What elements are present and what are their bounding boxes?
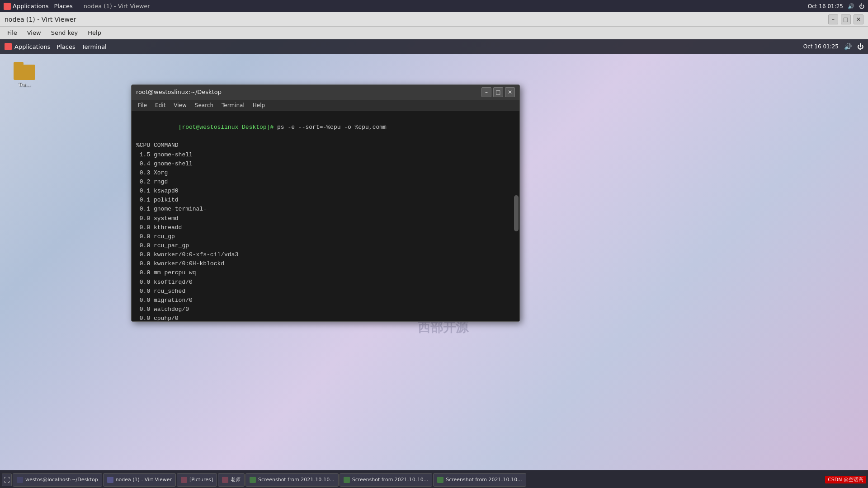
- os-task-item-6[interactable]: Screenshot from 2021-10-10...: [433, 473, 526, 487]
- virt-maximize-button[interactable]: □: [841, 14, 851, 24]
- os-places-label[interactable]: Places: [54, 3, 72, 9]
- guest-power-icon[interactable]: ⏻: [857, 43, 863, 50]
- terminal-body[interactable]: [root@westoslinux Desktop]# ps -e --sort…: [132, 111, 519, 321]
- terminal-menu-file[interactable]: File: [134, 101, 151, 109]
- terminal-output-line: 0.0 kthreadd: [136, 223, 515, 232]
- virt-viewer-window-controls: – □ ✕: [828, 14, 863, 24]
- os-task-item-icon-4: [250, 477, 256, 483]
- os-topbar-left: Applications Places nodea (1) - Virt Vie…: [4, 3, 150, 10]
- os-task-item-icon-6: [437, 477, 443, 483]
- terminal-output-line: 0.4 gnome-shell: [136, 160, 515, 169]
- virt-menu-help[interactable]: Help: [83, 28, 106, 38]
- terminal-scrollbar[interactable]: [514, 195, 519, 231]
- terminal-output-line: 0.0 cpuhp/0: [136, 314, 515, 321]
- terminal-prompt: [root@westoslinux Desktop]#: [179, 124, 274, 131]
- os-taskbar: ⛶westos@localhost:~/Desktopnodea (1) - V…: [0, 471, 868, 488]
- virt-minimize-button[interactable]: –: [828, 14, 838, 24]
- os-datetime: Oct 16 01:25: [808, 3, 843, 9]
- os-topbar: Applications Places nodea (1) - Virt Vie…: [0, 0, 868, 12]
- os-task-item-icon-0: [17, 477, 23, 483]
- virt-menu-file[interactable]: File: [3, 28, 22, 38]
- os-task-item-label-3: 老师: [231, 476, 241, 483]
- terminal-menu-edit[interactable]: Edit: [151, 101, 169, 109]
- terminal-output-line: 0.1 kswapd0: [136, 187, 515, 196]
- terminal-titlebar: root@westoslinux:~/Desktop – □ ✕: [132, 85, 519, 99]
- guest-panel-apps-icon: [5, 43, 12, 50]
- os-task-item-2[interactable]: [Pictures]: [177, 473, 217, 487]
- terminal-output-line: 0.0 watchdog/0: [136, 305, 515, 314]
- csdn-badge[interactable]: CSDN @空话高: [825, 476, 866, 483]
- os-app-icon: [4, 3, 11, 10]
- terminal-menu-terminal[interactable]: Terminal: [218, 101, 248, 109]
- terminal-maximize-button[interactable]: □: [493, 87, 503, 97]
- os-task-item-4[interactable]: Screenshot from 2021-10-10...: [245, 473, 339, 487]
- os-applications-label[interactable]: Applications: [13, 3, 48, 9]
- terminal-output-line: 0.0 ksoftirqd/0: [136, 278, 515, 287]
- virt-viewer-menubar: File View Send key Help: [0, 27, 868, 39]
- guest-datetime: Oct 16 01:25: [803, 43, 839, 50]
- terminal-output: %CPU COMMAND 1.5 gnome-shell 0.4 gnome-s…: [136, 141, 515, 321]
- virt-viewer-frame: nodea (1) - Virt Viewer – □ ✕ File View …: [0, 12, 868, 488]
- terminal-menu-help[interactable]: Help: [249, 101, 269, 109]
- virt-viewer-titlebar: nodea (1) - Virt Viewer – □ ✕: [0, 12, 868, 27]
- os-task-item-icon-2: [181, 477, 187, 483]
- terminal-prompt-line: [root@westoslinux Desktop]# ps -e --sort…: [136, 114, 515, 141]
- terminal-menu-search[interactable]: Search: [191, 101, 217, 109]
- terminal-controls: – □ ✕: [481, 87, 515, 97]
- os-task-item-label-0: westos@localhost:~/Desktop: [25, 477, 98, 483]
- terminal-minimize-button[interactable]: –: [481, 87, 491, 97]
- os-task-item-label-5: Screenshot from 2021-10-10...: [352, 477, 429, 483]
- terminal-output-line: 0.0 kworker/0:0H-kblockd: [136, 259, 515, 268]
- guest-terminal-label[interactable]: Terminal: [82, 43, 107, 50]
- guest-panel-right: Oct 16 01:25 🔊 ⏻: [803, 43, 863, 50]
- guest-places-label[interactable]: Places: [57, 43, 75, 50]
- terminal-output-line: 0.1 polkitd: [136, 196, 515, 205]
- os-task-item-label-6: Screenshot from 2021-10-10...: [446, 477, 522, 483]
- os-task-item-3[interactable]: 老师: [218, 473, 245, 487]
- os-task-item-icon-5: [344, 477, 350, 483]
- os-taskbar-items: ⛶westos@localhost:~/Desktopnodea (1) - V…: [2, 473, 526, 487]
- terminal-output-line: 0.0 migration/0: [136, 296, 515, 305]
- terminal-output-line: %CPU COMMAND: [136, 141, 515, 150]
- guest-desktop: Applications Places Terminal Oct 16 01:2…: [0, 39, 868, 488]
- os-window-title: nodea (1) - Virt Viewer: [84, 3, 150, 9]
- terminal-output-line: 0.1 gnome-terminal-: [136, 205, 515, 214]
- os-task-item-icon-1: [107, 477, 113, 483]
- os-task-item-label-1: nodea (1) - Virt Viewer: [116, 477, 172, 483]
- guest-icon-label: Tra...: [19, 82, 31, 88]
- guest-folder-graphic: [14, 62, 35, 80]
- terminal-output-line: 0.3 Xorg: [136, 169, 515, 178]
- guest-desktop-icon[interactable]: Tra...: [14, 62, 35, 88]
- terminal-output-line: 0.0 kworker/0:0-xfs-cil/vda3: [136, 250, 515, 259]
- guest-applications-label[interactable]: Applications: [14, 43, 50, 50]
- terminal-output-line: 0.0 systemd: [136, 214, 515, 223]
- os-volume-icon[interactable]: 🔊: [848, 3, 854, 9]
- guest-panel: Applications Places Terminal Oct 16 01:2…: [0, 39, 868, 54]
- os-taskbar-right: CSDN @空话高: [825, 476, 866, 483]
- virt-menu-view[interactable]: View: [23, 28, 46, 38]
- terminal-output-line: 1.5 gnome-shell: [136, 150, 515, 160]
- terminal-output-line: 0.0 rcu_gp: [136, 232, 515, 241]
- os-task-item-label-4: Screenshot from 2021-10-10...: [258, 477, 335, 483]
- terminal-command: ps -e --sort=-%cpu -o %cpu,comm: [274, 124, 387, 131]
- os-power-icon[interactable]: ⏻: [859, 3, 864, 9]
- os-topbar-right: Oct 16 01:25 🔊 ⏻: [808, 3, 864, 9]
- terminal-close-button[interactable]: ✕: [505, 87, 515, 97]
- guest-panel-left: Applications Places Terminal: [5, 43, 107, 50]
- virt-close-button[interactable]: ✕: [854, 14, 863, 24]
- virt-viewer-title: nodea (1) - Virt Viewer: [5, 16, 76, 23]
- terminal-window: root@westoslinux:~/Desktop – □ ✕ File Ed…: [131, 84, 520, 322]
- os-taskbar-minimize-icon[interactable]: ⛶: [2, 474, 12, 486]
- terminal-title: root@westoslinux:~/Desktop: [136, 89, 222, 95]
- terminal-output-line: 0.2 rngd: [136, 178, 515, 187]
- terminal-output-line: 0.0 rcu_sched: [136, 287, 515, 296]
- os-task-item-5[interactable]: Screenshot from 2021-10-10...: [340, 473, 433, 487]
- os-task-item-label-2: [Pictures]: [189, 477, 213, 483]
- os-task-item-1[interactable]: nodea (1) - Virt Viewer: [103, 473, 176, 487]
- virt-menu-sendkey[interactable]: Send key: [47, 28, 83, 38]
- guest-folder-back: [14, 65, 35, 80]
- terminal-output-line: 0.0 mm_percpu_wq: [136, 268, 515, 277]
- guest-volume-icon[interactable]: 🔊: [844, 43, 852, 50]
- os-task-item-0[interactable]: westos@localhost:~/Desktop: [13, 473, 102, 487]
- terminal-menu-view[interactable]: View: [170, 101, 190, 109]
